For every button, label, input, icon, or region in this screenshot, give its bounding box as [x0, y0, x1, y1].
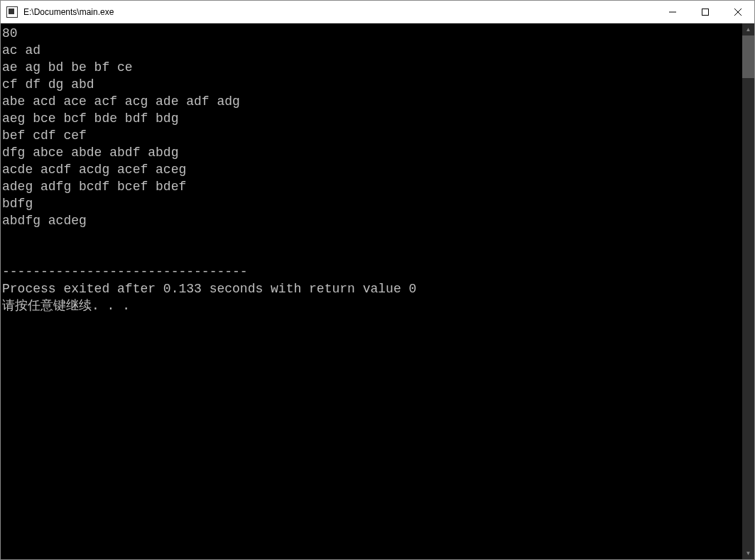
- scroll-up-arrow[interactable]: ▲: [742, 23, 754, 35]
- minimize-button[interactable]: [656, 1, 689, 23]
- maximize-icon: [702, 9, 709, 16]
- svg-rect-1: [702, 9, 709, 15]
- vertical-scrollbar[interactable]: ▲ ▼: [742, 23, 754, 559]
- window-controls: [656, 1, 754, 23]
- console-area: 80 ac ad ae ag bd be bf ce cf df dg abd …: [1, 23, 754, 559]
- close-button[interactable]: [722, 1, 754, 23]
- minimize-icon: [669, 9, 676, 16]
- maximize-button[interactable]: [689, 1, 722, 23]
- app-icon: [6, 6, 18, 18]
- titlebar[interactable]: E:\Documents\main.exe: [1, 1, 754, 23]
- close-icon: [734, 9, 742, 16]
- window-title: E:\Documents\main.exe: [22, 7, 656, 17]
- scrollbar-thumb[interactable]: [742, 35, 754, 78]
- console-output[interactable]: 80 ac ad ae ag bd be bf ce cf df dg abd …: [1, 23, 742, 559]
- scroll-down-arrow[interactable]: ▼: [742, 547, 754, 559]
